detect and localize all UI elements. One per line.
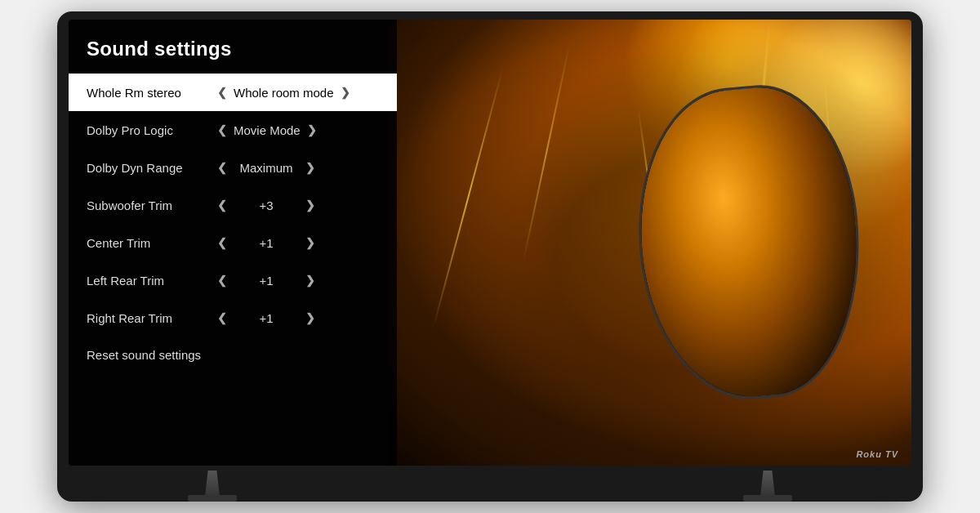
chevron-right-icon-5[interactable]: ❯	[305, 274, 315, 287]
tv-frame: Sound settings Whole Rm stereo❮Whole roo…	[57, 11, 923, 502]
right-leg	[760, 471, 775, 497]
menu-item-label-1: Dolby Pro Logic	[87, 123, 217, 137]
menu-item-value-2: Maximum	[234, 161, 299, 175]
settings-title: Sound settings	[69, 20, 397, 74]
chevron-right-icon-2[interactable]: ❯	[305, 161, 315, 174]
menu-item-3[interactable]: Subwoofer Trim❮+3❯	[69, 186, 397, 224]
chevron-right-icon-4[interactable]: ❯	[305, 236, 315, 249]
menu-items-list: Whole Rm stereo❮Whole room mode❯Dolby Pr…	[69, 74, 397, 466]
screen-bezel: Sound settings Whole Rm stereo❮Whole roo…	[57, 11, 923, 471]
chevron-left-icon-4[interactable]: ❮	[217, 236, 227, 249]
left-leg	[205, 471, 220, 497]
chevron-right-icon-3[interactable]: ❯	[305, 199, 315, 212]
chevron-left-icon-1[interactable]: ❮	[217, 123, 227, 136]
chevron-right-icon-0[interactable]: ❯	[341, 86, 350, 99]
menu-item-controls-3: ❮+3❯	[217, 199, 379, 212]
menu-item-controls-5: ❮+1❯	[217, 274, 379, 288]
left-stand	[188, 471, 237, 502]
menu-item-controls-1: ❮Movie Mode❯	[217, 123, 379, 137]
menu-item-controls-2: ❮Maximum❯	[217, 161, 379, 175]
light-streak	[523, 44, 571, 262]
roku-badge: Roku TV	[856, 449, 898, 459]
menu-item-label-0: Whole Rm stereo	[87, 86, 217, 100]
menu-item-reset[interactable]: Reset sound settings	[69, 337, 397, 374]
chevron-left-icon-0[interactable]: ❮	[217, 86, 227, 99]
mirror-shape	[626, 78, 872, 408]
chevron-right-icon-6[interactable]: ❯	[305, 311, 315, 324]
menu-item-label-2: Dolby Dyn Range	[87, 161, 217, 175]
menu-item-2[interactable]: Dolby Dyn Range❮Maximum❯	[69, 149, 397, 186]
chevron-left-icon-2[interactable]: ❮	[217, 161, 227, 174]
reset-label: Reset sound settings	[87, 348, 201, 362]
menu-item-0[interactable]: Whole Rm stereo❮Whole room mode❯	[69, 74, 397, 111]
light-streak	[433, 69, 504, 328]
right-stand	[743, 471, 792, 502]
menu-item-controls-4: ❮+1❯	[217, 236, 379, 250]
menu-item-controls-6: ❮+1❯	[217, 311, 379, 325]
menu-item-value-0: Whole room mode	[234, 86, 334, 100]
tv-stand	[57, 471, 923, 502]
mirror-inner	[629, 80, 870, 405]
chevron-left-icon-3[interactable]: ❮	[217, 199, 227, 212]
chevron-right-icon-1[interactable]: ❯	[307, 123, 317, 136]
menu-item-6[interactable]: Right Rear Trim❮+1❯	[69, 299, 397, 337]
chevron-left-icon-5[interactable]: ❮	[217, 274, 227, 287]
menu-item-label-3: Subwoofer Trim	[87, 199, 217, 212]
menu-item-value-6: +1	[234, 311, 299, 325]
chevron-left-icon-6[interactable]: ❮	[217, 311, 227, 324]
menu-item-value-4: +1	[234, 236, 299, 250]
menu-item-value-5: +1	[234, 274, 299, 288]
menu-item-label-5: Left Rear Trim	[87, 274, 217, 288]
menu-item-value-1: Movie Mode	[234, 123, 301, 137]
menu-item-label-4: Center Trim	[87, 236, 217, 250]
menu-item-label-6: Right Rear Trim	[87, 311, 217, 325]
menu-item-1[interactable]: Dolby Pro Logic❮Movie Mode❯	[69, 111, 397, 149]
tv-screen: Sound settings Whole Rm stereo❮Whole roo…	[69, 20, 911, 466]
menu-item-value-3: +3	[234, 199, 299, 212]
menu-item-5[interactable]: Left Rear Trim❮+1❯	[69, 261, 397, 299]
menu-item-controls-0: ❮Whole room mode❯	[217, 86, 379, 100]
settings-panel: Sound settings Whole Rm stereo❮Whole roo…	[69, 20, 397, 466]
menu-item-4[interactable]: Center Trim❮+1❯	[69, 224, 397, 261]
background-scene	[389, 20, 911, 466]
